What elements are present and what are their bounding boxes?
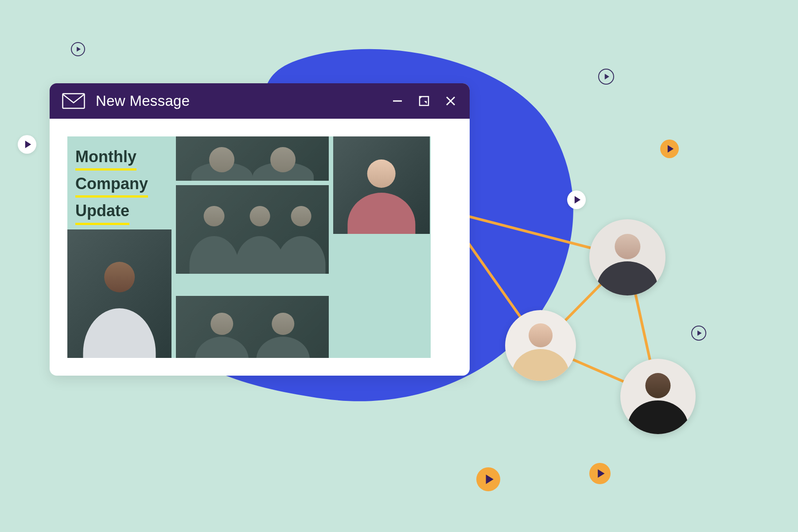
collage-photo-portrait-2 <box>333 136 430 234</box>
svg-marker-15 <box>575 196 580 204</box>
collage-photo-portrait-1 <box>67 229 171 358</box>
svg-marker-18 <box>486 474 494 484</box>
svg-rect-6 <box>63 94 85 109</box>
expand-button[interactable] <box>417 94 431 108</box>
heading-line-1: Monthly <box>75 145 136 171</box>
close-button[interactable] <box>444 94 457 108</box>
svg-marker-16 <box>697 330 702 336</box>
mail-icon <box>62 93 85 109</box>
play-icon <box>691 326 706 341</box>
message-body: Monthly Company Update <box>50 119 470 376</box>
heading-line-2: Company <box>75 172 148 198</box>
play-icon <box>567 190 586 209</box>
recipient-avatar-3 <box>620 359 696 434</box>
recipient-avatar-2 <box>505 310 576 381</box>
play-icon <box>589 463 611 484</box>
window-controls <box>391 94 457 108</box>
svg-marker-14 <box>668 145 673 153</box>
svg-marker-13 <box>605 74 609 80</box>
play-icon <box>660 140 679 158</box>
play-icon <box>598 69 614 85</box>
collage-photo-group-1 <box>176 136 329 181</box>
play-icon <box>476 467 500 491</box>
recipient-avatar-1 <box>589 219 666 295</box>
window-titlebar: New Message <box>50 83 470 119</box>
heading-line-3: Update <box>75 199 129 225</box>
play-icon <box>71 42 85 56</box>
play-icon <box>18 135 36 154</box>
minimize-button[interactable] <box>391 94 404 108</box>
collage-photo-group-3 <box>176 296 329 358</box>
collage-heading: Monthly Company Update <box>67 136 171 225</box>
svg-marker-11 <box>77 47 81 51</box>
collage-photo-group-2 <box>176 185 329 274</box>
svg-marker-12 <box>25 141 31 148</box>
photo-collage: Monthly Company Update <box>67 136 431 358</box>
svg-marker-17 <box>598 469 604 478</box>
message-window: New Message Monthly Company Update <box>50 83 470 376</box>
window-title: New Message <box>96 93 391 109</box>
